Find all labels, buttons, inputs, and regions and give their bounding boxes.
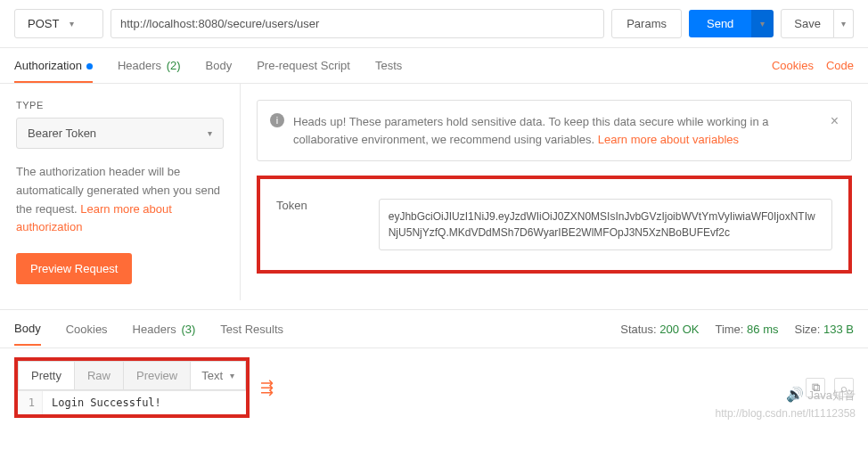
send-dropdown[interactable]: ▾: [751, 10, 774, 37]
format-select[interactable]: Text ▾: [191, 361, 246, 390]
save-dropdown[interactable]: ▾: [834, 9, 854, 38]
params-button[interactable]: Params: [611, 9, 682, 38]
send-button[interactable]: Send: [689, 10, 751, 37]
copy-icon[interactable]: ⧉: [806, 378, 825, 397]
resp-tab-body[interactable]: Body: [14, 313, 41, 346]
time-meta: Time: 86 ms: [715, 323, 778, 336]
http-method-select[interactable]: POST ▾: [14, 9, 103, 38]
chevron-down-icon: ▾: [760, 19, 765, 29]
active-dot-icon: [86, 63, 93, 69]
type-label: TYPE: [16, 100, 224, 110]
close-icon[interactable]: ×: [831, 113, 839, 129]
size-meta: Size: 133 B: [794, 323, 854, 336]
chevron-down-icon: ▾: [70, 19, 74, 29]
code-link[interactable]: Code: [826, 59, 854, 72]
response-highlight: Pretty Raw Preview Text ▾ 1 Login Succes…: [14, 357, 250, 418]
tab-body[interactable]: Body: [206, 50, 233, 81]
send-button-group: Send ▾: [689, 10, 774, 37]
tab-headers[interactable]: Headers (2): [118, 50, 181, 81]
auth-description: The authorization header will be automat…: [16, 163, 224, 237]
sensitive-data-banner: i Heads up! These parameters hold sensit…: [257, 100, 852, 161]
response-content: Login Successful!: [43, 391, 246, 414]
view-raw[interactable]: Raw: [75, 361, 124, 390]
resp-tab-tests[interactable]: Test Results: [220, 314, 283, 345]
cookies-link[interactable]: Cookies: [772, 59, 814, 72]
tab-prerequest[interactable]: Pre-request Script: [257, 50, 350, 81]
banner-text: Heads up! These parameters hold sensitiv…: [293, 113, 822, 148]
status-meta: Status: 200 OK: [620, 323, 699, 336]
http-method-value: POST: [28, 17, 59, 30]
chevron-down-icon: ▾: [208, 128, 212, 138]
learn-variables-link[interactable]: Learn more about variables: [598, 133, 739, 146]
tab-tests[interactable]: Tests: [375, 50, 402, 81]
chevron-down-icon: ▾: [841, 19, 846, 29]
view-pretty[interactable]: Pretty: [18, 361, 75, 390]
resp-tab-cookies[interactable]: Cookies: [66, 314, 108, 345]
info-icon: i: [270, 113, 284, 127]
save-button[interactable]: Save: [781, 9, 834, 38]
auth-type-value: Bearer Token: [28, 127, 96, 140]
resp-tab-headers[interactable]: Headers (3): [133, 314, 196, 345]
url-input[interactable]: http://localhost:8080/secure/users/user: [111, 9, 604, 38]
search-icon[interactable]: ⌕: [834, 378, 854, 397]
auth-type-select[interactable]: Bearer Token ▾: [16, 118, 224, 149]
save-button-group: Save ▾: [781, 9, 854, 38]
token-section: Token eyJhbGciOiJIUzI1NiJ9.eyJzdWIiOiJ0Z…: [257, 176, 852, 274]
tab-authorization[interactable]: Authorization: [14, 50, 93, 83]
chevron-down-icon: ▾: [230, 371, 234, 380]
wrap-lines-icon[interactable]: ⇶: [260, 378, 274, 397]
token-input[interactable]: eyJhbGciOiJIUzI1NiJ9.eyJzdWIiOiJ0ZXN0MSI…: [379, 199, 832, 250]
view-preview[interactable]: Preview: [124, 361, 191, 390]
preview-request-button[interactable]: Preview Request: [16, 253, 132, 284]
line-number: 1: [18, 391, 43, 414]
token-label: Token: [276, 199, 307, 212]
